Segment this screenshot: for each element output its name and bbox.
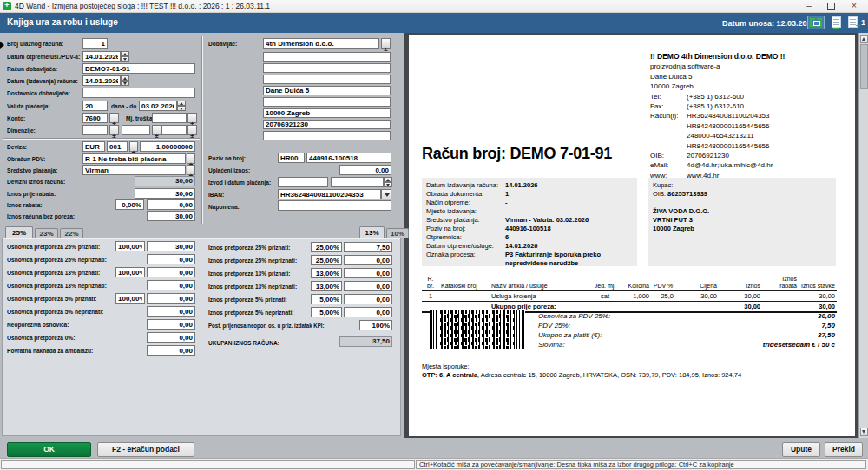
datum-izdavanja-spinner[interactable] [121,75,129,86]
konto-lookup-button[interactable] [109,113,119,123]
dobavljac-oib-input[interactable] [263,120,391,129]
sredstvo-placanja-lookup-button[interactable] [187,165,195,175]
close-button[interactable]: × [847,0,861,12]
obracun-pdv-lookup-button[interactable] [187,153,195,164]
dimenzija-1-lookup-button[interactable] [109,125,119,135]
attachment-page-button[interactable] [832,16,841,28]
tax-pct-input[interactable] [311,281,342,291]
iznos-rabata-pct-input[interactable] [115,199,144,210]
sredstvo-placanja-input[interactable] [82,165,186,175]
scrollbar-thumb[interactable] [860,44,868,89]
datum-placanja-input[interactable] [331,177,384,187]
dobavljac-detail-input[interactable] [263,52,391,62]
deviza-lookup-button[interactable] [129,141,138,152]
izvod-input[interactable] [278,177,328,187]
spinner-down-icon[interactable] [177,106,186,111]
prekid-button[interactable]: Prekid [825,442,863,457]
poziv-broj-input[interactable] [306,153,391,163]
racun-dobavljaca-input[interactable] [82,63,195,74]
datum-otpreme-spinner[interactable] [121,51,129,62]
dobavljac-lookup-button[interactable] [381,38,391,49]
tax-pct-input[interactable] [115,241,145,251]
ok-button[interactable]: OK [7,442,91,457]
dobavljac-detail-input[interactable] [263,63,391,73]
valuta-dana-input[interactable] [82,101,108,111]
dimenzija-2-input[interactable] [122,125,150,135]
upute-button[interactable]: Upute [782,442,820,457]
tax-pct-input[interactable] [115,267,145,277]
valuta-datum-input[interactable] [139,101,177,111]
tax-value-input[interactable] [147,280,195,290]
iznos-prije-rabata-input[interactable] [135,188,195,199]
tax-pct-input[interactable] [311,255,342,265]
maximize-button[interactable] [824,0,838,12]
tax-value-input[interactable] [147,241,195,251]
deviza-valuta-input[interactable] [82,141,105,152]
tax-value-input[interactable] [344,255,392,265]
spinner-down-icon[interactable] [121,81,129,86]
dimenzija-1-input[interactable] [82,125,108,135]
tax-pct-input[interactable] [115,293,145,304]
tax-value-input[interactable] [147,306,195,317]
tab-22[interactable]: 22% [60,228,83,238]
tax-pct-input[interactable] [311,242,342,252]
tab-10[interactable]: 10% [386,228,409,238]
obracun-pdv-input[interactable] [82,153,186,164]
tax-value-input[interactable] [344,307,392,317]
invoice-preview-page[interactable]: !! DEMO 4th Dimension d.o.o. DEMO !! pro… [409,35,855,436]
dostavnica-input[interactable] [82,88,195,98]
tab-25[interactable]: 25% [5,226,33,238]
tax-value-input[interactable] [147,254,195,264]
dobavljac-adresa-input[interactable] [263,86,391,95]
dobavljac-detail-input[interactable] [263,97,391,107]
tax-value-input[interactable] [344,294,392,304]
poziv-model-input[interactable] [278,153,305,163]
fit-preview-button[interactable] [807,16,825,29]
iban-input[interactable] [278,189,381,199]
deviza-tecaj-input[interactable] [140,141,195,152]
scroll-up-icon[interactable] [860,35,868,43]
tax-pct-input[interactable] [311,268,342,278]
iznos-bez-poreza-input[interactable] [147,211,195,221]
datum-izdavanja-input[interactable] [82,75,121,86]
deviza-sifra-input[interactable] [107,141,128,152]
preview-scrollbar[interactable] [858,33,868,438]
tax-value-input[interactable] [147,319,195,330]
dimenzija-2-lookup-button[interactable] [152,125,161,135]
iban-dropdown-button[interactable] [381,189,391,199]
kpi-input[interactable] [359,320,392,330]
tax-value-input[interactable] [147,345,195,356]
dobavljac-detail-input[interactable] [263,131,391,140]
tax-value-input[interactable] [147,293,195,304]
konto-input[interactable] [82,113,108,123]
scroll-down-icon[interactable] [860,428,868,436]
dimenzija-3-input[interactable] [161,125,187,135]
tax-pct-input[interactable] [311,294,342,304]
add-attachment-button[interactable]: + [848,16,858,28]
mjesto-troska-lookup-button[interactable] [187,113,197,123]
broj-ulaznog-racuna-input[interactable] [82,38,108,49]
napomena-input[interactable] [278,200,391,211]
datum-otpreme-input[interactable] [82,51,121,62]
eracun-podaci-button[interactable]: F2 - eRačun podaci [97,442,194,457]
tax-pct-input[interactable] [311,307,342,317]
valuta-datum-spinner[interactable] [177,101,186,111]
iznos-rabata-input[interactable] [147,199,195,210]
spinner-down-icon[interactable] [384,182,392,187]
dimenzija-3-lookup-button[interactable] [187,125,197,135]
tax-value-input[interactable] [147,267,195,277]
dobavljac-detail-input[interactable] [263,75,391,84]
mjesto-troska-input[interactable] [152,113,187,123]
tax-value-input[interactable] [344,281,392,291]
dobavljac-input[interactable] [263,38,379,49]
datum-placanja-spinner[interactable] [384,177,392,187]
minimize-button[interactable]: – [802,0,816,12]
dobavljac-grad-input[interactable] [263,108,391,118]
uplaceni-iznos-input[interactable] [339,165,391,175]
tab-23[interactable]: 23% [35,228,58,238]
tab-13[interactable]: 13% [359,226,385,238]
tax-value-input[interactable] [344,242,392,252]
spinner-down-icon[interactable] [121,56,129,62]
tax-value-input[interactable] [147,332,195,343]
tax-value-input[interactable] [344,268,392,278]
